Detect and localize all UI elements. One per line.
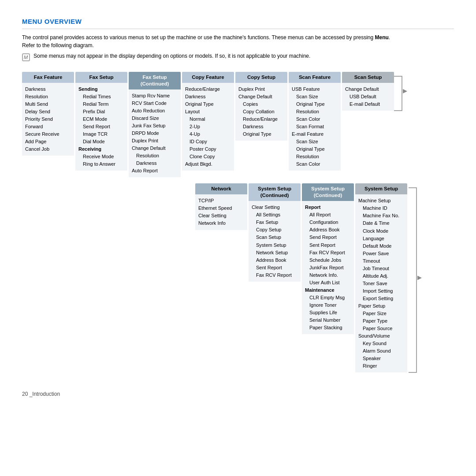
menu-item: Scan Size bbox=[292, 138, 338, 145]
menu-item: Ring to Answer bbox=[78, 160, 124, 168]
menu-item: Poster Copy bbox=[185, 145, 231, 153]
bottom-row: NetworkTCP/IPEthernet SpeedClear Setting… bbox=[195, 183, 454, 373]
menu-item: Discard Size bbox=[132, 115, 178, 122]
menu-item: System Setup bbox=[252, 242, 298, 249]
menu-item: Maintenance bbox=[305, 286, 351, 294]
menu-item: Forward bbox=[25, 123, 71, 130]
bottom-row-bracket bbox=[409, 183, 422, 373]
menu-item: Cancel Job bbox=[25, 145, 71, 153]
menu-item: USB Feature bbox=[292, 86, 338, 93]
column-header: Network bbox=[195, 183, 247, 194]
menu-item: Auto Reduction bbox=[132, 107, 178, 115]
menu-item: Copy Collation bbox=[238, 108, 284, 115]
svg-marker-2 bbox=[417, 276, 422, 280]
column-header: Copy Feature bbox=[182, 72, 234, 83]
menu-item: CLR Empty Msg bbox=[305, 294, 351, 301]
menu-item: Prefix Dial bbox=[78, 108, 124, 115]
menu-item: 2-Up bbox=[185, 123, 231, 130]
menu-item: Original Type bbox=[292, 145, 338, 153]
intro-text-3: Refer to the following diagram. bbox=[22, 42, 94, 48]
menu-item: Original Type bbox=[238, 130, 284, 138]
intro-text-1: The control panel provides access to var… bbox=[22, 34, 375, 41]
menu-item: Fax RCV Report bbox=[252, 271, 298, 279]
column-body: SendingRedial TimesRedial TermPrefix Dia… bbox=[75, 83, 127, 171]
menu-item: Resolution bbox=[292, 108, 338, 115]
menu-item: Paper Setup bbox=[358, 302, 404, 310]
menu-item: Altitude Adj. bbox=[358, 272, 404, 280]
menu-item: Network Info. bbox=[305, 271, 351, 279]
menu-item: Darkness bbox=[238, 123, 284, 130]
menu-item: Scan Format bbox=[292, 123, 338, 130]
column-body: DarknessResolutionMulti SendDelay SendPr… bbox=[22, 83, 74, 156]
menu-item: Resolution bbox=[132, 152, 178, 160]
menu-item: Resolution bbox=[292, 153, 338, 160]
menu-item: Sound/Volume bbox=[358, 332, 404, 340]
menu-item: Normal bbox=[185, 115, 231, 123]
menu-item: Multi Send bbox=[25, 100, 71, 108]
menu-item: Network Setup bbox=[252, 249, 298, 257]
column-body: Reduce/EnlargeDarknessOriginal TypeLayou… bbox=[182, 83, 234, 171]
menu-item: Address Book bbox=[252, 257, 298, 264]
menu-item: Reduce/Enlarge bbox=[238, 115, 284, 123]
menu-item: Machine ID bbox=[358, 205, 404, 212]
menu-item: All Report bbox=[305, 211, 351, 219]
bottom-columns: NetworkTCP/IPEthernet SpeedClear Setting… bbox=[195, 183, 407, 372]
menu-item: User Auth List bbox=[305, 279, 351, 286]
menu-column: Scan SetupChange DefaultUSB DefaultE-mai… bbox=[342, 72, 394, 111]
divider bbox=[22, 29, 454, 29]
menu-item: Darkness bbox=[132, 160, 178, 167]
menu-item: Fax RCV Report bbox=[305, 249, 351, 257]
note-icon: M bbox=[22, 53, 30, 61]
menu-column: Scan FeatureUSB FeatureScan SizeOriginal… bbox=[289, 72, 341, 171]
menu-item: Redial Term bbox=[78, 100, 124, 108]
menu-item: Supplies Life bbox=[305, 309, 351, 316]
column-body: USB FeatureScan SizeOriginal TypeResolut… bbox=[289, 83, 341, 171]
menu-item: Ringer bbox=[358, 362, 404, 370]
menu-item: ECM Mode bbox=[78, 115, 124, 123]
menu-item: Junk Fax Setup bbox=[132, 122, 178, 130]
menu-item: Alarm Sound bbox=[358, 347, 404, 355]
menu-item: Schedule Jobs bbox=[305, 257, 351, 264]
menu-item: DRPD Mode bbox=[132, 130, 178, 137]
menu-item: Original Type bbox=[185, 100, 231, 108]
intro-bold: Menu bbox=[375, 34, 389, 41]
menu-item: Export Setting bbox=[358, 295, 404, 302]
menu-item: Clone Copy bbox=[185, 153, 231, 160]
menu-item: Language bbox=[358, 235, 404, 242]
svg-text:M: M bbox=[24, 55, 28, 60]
menu-item: Timeout bbox=[358, 257, 404, 265]
menu-item: Redial Times bbox=[78, 93, 124, 100]
menu-item: Machine Setup bbox=[358, 197, 404, 205]
menu-item: Speaker bbox=[358, 355, 404, 362]
menu-item: Stamp Rcv Name bbox=[132, 92, 178, 100]
menu-column: System SetupMachine SetupMachine IDMachi… bbox=[355, 183, 407, 372]
column-body: Machine SetupMachine IDMachine Fax No.Da… bbox=[355, 194, 407, 372]
page-title: MENU OVERVIEW bbox=[22, 18, 454, 25]
menu-item: Ethernet Speed bbox=[198, 205, 244, 212]
column-body: Change DefaultUSB DefaultE-mail Default bbox=[342, 83, 394, 111]
menu-item: RCV Start Code bbox=[132, 100, 178, 107]
menu-item: Key Sound bbox=[358, 340, 404, 347]
menu-item: Scan Color bbox=[292, 115, 338, 123]
menu-item: Change Default bbox=[345, 86, 391, 93]
menu-item: Paper Stacking bbox=[305, 324, 351, 331]
menu-item: Import Setting bbox=[358, 287, 404, 295]
intro-text-2: . bbox=[389, 34, 390, 41]
column-body: Clear SettingAll SettingsFax SetupCopy S… bbox=[249, 201, 301, 281]
scan-setup-column: Scan SetupChange DefaultUSB DefaultE-mai… bbox=[342, 72, 394, 112]
menu-column: System Setup(Continued)ReportAll ReportC… bbox=[302, 183, 354, 334]
menu-item: Sent Report bbox=[252, 264, 298, 271]
menu-item: Default Mode bbox=[358, 242, 404, 250]
menu-item: Image TCR bbox=[78, 130, 124, 138]
menu-item: Change Default bbox=[132, 145, 178, 152]
menu-item: Darkness bbox=[25, 86, 71, 93]
menu-item: Scan Color bbox=[292, 160, 338, 168]
menu-item: Duplex Print bbox=[238, 86, 284, 93]
menu-item: Clock Mode bbox=[358, 227, 404, 235]
intro-paragraph: The control panel provides access to var… bbox=[22, 33, 454, 49]
menu-item: Send Report bbox=[78, 123, 124, 130]
menu-item: Address Book bbox=[305, 226, 351, 234]
row-gap bbox=[22, 177, 454, 183]
note-text: Some menus may not appear in the display… bbox=[33, 53, 310, 59]
column-header: System Setup bbox=[355, 183, 407, 194]
